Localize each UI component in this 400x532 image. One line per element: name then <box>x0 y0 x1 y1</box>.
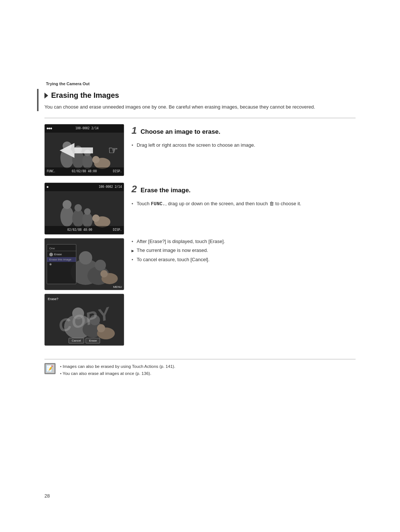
svg-point-21 <box>79 251 92 265</box>
camera-screen-4: COPY Erase? Cancel Erase <box>44 294 124 346</box>
step2-bullet-1: Touch FUNC., drag up or down on the scre… <box>131 200 356 208</box>
camera-screen-2: ● 100-0002 2/14 02/02/88 48:00 DISP. <box>44 183 124 235</box>
step1-heading: Choose an image to erase. <box>140 128 220 136</box>
disp-label-2: DISP. <box>113 228 122 232</box>
svg-point-32 <box>97 324 105 332</box>
camera-screen-3: One Erase Erase this image ⊕ MENU <box>44 238 124 290</box>
page-number: 28 <box>44 493 50 499</box>
svg-point-16 <box>84 208 91 215</box>
svg-point-30 <box>90 315 100 325</box>
cancel-button-screen: Cancel <box>69 338 84 343</box>
svg-point-18 <box>92 215 100 222</box>
step2-number: 2 <box>131 184 137 194</box>
section-label: Trying the Camera Out <box>44 82 356 86</box>
menu-title: One <box>47 246 76 251</box>
steps-container: ☞ ●●● 100-0002 2/14 FUNC. 02/02/88 48:00… <box>44 124 356 352</box>
svg-point-14 <box>74 204 82 212</box>
cam-ui-bottom-2: 02/02/88 48:00 DISP. <box>45 226 124 234</box>
cam-indicator-2: ● <box>47 185 49 189</box>
step1-text: 1 Choose an image to erase. Drag left or… <box>131 124 356 151</box>
note-line-2: You can also erase all images at once (p… <box>60 370 356 378</box>
svg-point-13 <box>72 209 84 227</box>
trash-symbol: 🗑 <box>269 201 274 206</box>
svg-point-28 <box>72 307 84 319</box>
note-icon <box>44 363 56 374</box>
step1-images: ☞ ●●● 100-0002 2/14 FUNC. 02/02/88 48:00… <box>44 124 124 176</box>
section-divider <box>44 118 356 118</box>
notes-area: Images can also be erased by using Touch… <box>44 359 356 378</box>
cam-counter: 100-0002 2/14 <box>75 127 99 130</box>
step2-text: 2 Erase the image. Touch FUNC., drag up … <box>131 183 356 265</box>
step2-heading-row: 2 Erase the image. <box>131 184 356 197</box>
cam-counter-2: 100-0002 2/14 <box>99 185 122 189</box>
menu-label: MENU <box>113 285 122 289</box>
erase-question-label: Erase? <box>48 297 59 301</box>
menu-overlay: One Erase Erase this image ⊕ <box>47 244 76 284</box>
svg-point-23 <box>95 260 106 271</box>
cam-ui-top-2: ● 100-0002 2/14 <box>45 183 124 191</box>
svg-point-8 <box>92 156 100 163</box>
disp-label: DISP. <box>113 170 122 173</box>
cam-indicator: ●●● <box>47 127 52 130</box>
svg-point-25 <box>100 270 108 277</box>
note-line-1: Images can also be erased by using Touch… <box>60 363 356 370</box>
cam-date-2: 02/02/88 48:00 <box>67 228 92 232</box>
menu-item-erase-this: Erase this image <box>47 257 76 262</box>
step1-heading-row: 1 Choose an image to erase. <box>131 126 356 139</box>
func-keyword: FUNC. <box>151 201 165 207</box>
step2-bullet-2: After [Erase?] is displayed, touch [Eras… <box>131 238 356 246</box>
svg-point-11 <box>60 206 74 227</box>
section-bar <box>37 89 39 111</box>
camera-screen-1: ☞ ●●● 100-0002 2/14 FUNC. 02/02/88 48:00… <box>44 124 124 176</box>
cam-date: 02/02/88 48:00 <box>72 170 97 173</box>
menu-item-3: ⊕ <box>47 262 76 267</box>
step2-images: ● 100-0002 2/14 02/02/88 48:00 DISP. <box>44 183 124 346</box>
section-description: You can choose and erase unneeded images… <box>44 103 356 111</box>
hand-cursor-icon: ☞ <box>108 144 118 157</box>
step-2: ● 100-0002 2/14 02/02/88 48:00 DISP. <box>44 183 356 346</box>
section-title-text: Erasing the Images <box>51 91 119 100</box>
erase-buttons: Cancel Erase <box>69 338 100 343</box>
step2-bullet-4: To cancel erasure, touch [Cancel]. <box>131 256 356 264</box>
step1-bullet-1: Drag left or right across the screen to … <box>131 142 356 149</box>
title-marker-icon <box>44 93 48 99</box>
section-title: Erasing the Images <box>44 91 356 100</box>
svg-point-12 <box>63 200 71 209</box>
step1-number: 1 <box>131 126 137 135</box>
step-1: ☞ ●●● 100-0002 2/14 FUNC. 02/02/88 48:00… <box>44 124 356 176</box>
menu-item-erase: Erase <box>47 252 76 257</box>
note-lines: Images can also be erased by using Touch… <box>60 363 356 378</box>
step2-bullet-3: The current image is now erased. <box>131 247 356 255</box>
func-label: FUNC. <box>47 170 56 173</box>
erase-button-screen: Erase <box>86 338 100 343</box>
cam-ui-top-1: ●●● 100-0002 2/14 <box>45 124 124 133</box>
step2-heading: Erase the image. <box>140 187 190 194</box>
cam-ui-bottom-1: FUNC. 02/02/88 48:00 DISP. <box>45 167 124 176</box>
